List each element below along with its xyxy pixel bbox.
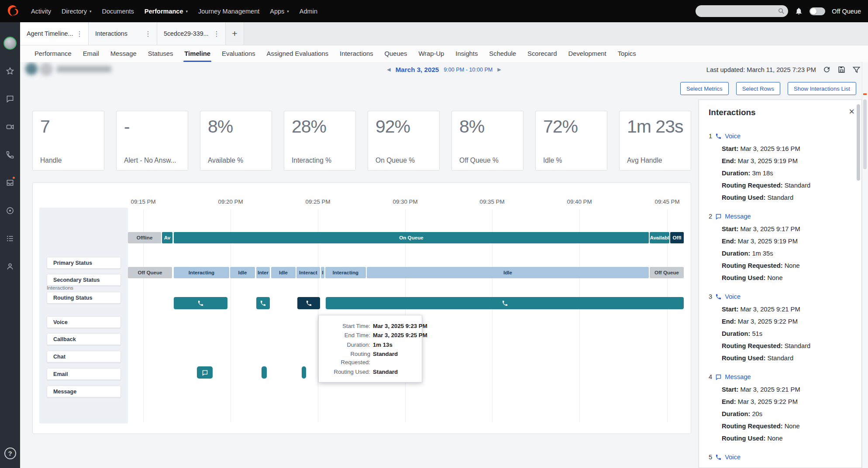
subnav-tab[interactable]: Performance: [29, 45, 77, 62]
subnav-tab[interactable]: Email: [77, 45, 105, 62]
message-interaction-bar[interactable]: [262, 366, 267, 379]
tooltip-value: 1m 13s: [373, 341, 393, 349]
routing-status-segment[interactable]: I: [321, 267, 324, 278]
video-button[interactable]: [0, 113, 20, 141]
subnav-tab[interactable]: Insights: [450, 45, 483, 62]
workspace-tab[interactable]: 5cedce29-339... ⋮: [157, 22, 226, 45]
subnav-tab[interactable]: Scorecard: [522, 45, 562, 62]
top-nav-item[interactable]: Performance ▾: [139, 0, 193, 22]
interaction-type-link[interactable]: Voice: [725, 133, 741, 140]
help-button[interactable]: ?: [4, 448, 16, 459]
top-nav-item[interactable]: Activity: [26, 0, 56, 22]
subnav-tab[interactable]: Topics: [612, 45, 642, 62]
prev-day-button[interactable]: ◀: [387, 67, 390, 72]
performance-subnav: Performance Email Message Statuses Timel…: [20, 45, 868, 62]
routing-status-segment[interactable]: Idle: [271, 267, 296, 278]
voice-interaction-bar[interactable]: [256, 297, 270, 309]
subnav-tab[interactable]: Queues: [379, 45, 413, 62]
panel-scrollbar[interactable]: [857, 102, 860, 465]
next-day-button[interactable]: ▶: [497, 67, 501, 72]
subnav-tab[interactable]: Wrap-Up: [413, 45, 450, 62]
interaction-type-link[interactable]: Message: [725, 373, 751, 380]
tooltip-label: Duration:: [322, 341, 370, 349]
voice-interaction-bar[interactable]: [326, 297, 684, 309]
tooltip-label: Routing Requested:: [322, 350, 370, 366]
message-interaction-bar[interactable]: [197, 366, 213, 379]
save-icon[interactable]: [837, 65, 846, 74]
primary-status-segment[interactable]: Av: [162, 232, 172, 243]
interactions-button[interactable]: [0, 197, 20, 225]
top-nav-item[interactable]: Apps ▾: [265, 0, 294, 22]
user-avatar[interactable]: [0, 29, 20, 57]
disc-icon: [6, 206, 14, 215]
primary-status-segment[interactable]: Availabl: [650, 232, 669, 243]
routing-status-segment[interactable]: Interacting: [325, 267, 366, 278]
detail-line: End: Mar 3, 2025 9:22 PM: [722, 396, 861, 408]
refresh-icon[interactable]: [823, 65, 831, 74]
top-nav-item[interactable]: Documents: [96, 0, 139, 22]
close-icon[interactable]: ×: [849, 107, 854, 116]
chat-icon: [6, 95, 14, 103]
primary-status-segment[interactable]: Offl: [670, 232, 684, 243]
routing-status-segment[interactable]: Off Queue: [650, 267, 684, 278]
detail-line: Start: Mar 3, 2025 9:23 PM: [722, 464, 861, 468]
routing-status-segment[interactable]: Off Queue: [128, 267, 172, 278]
kebab-menu-icon[interactable]: ⋮: [143, 30, 153, 38]
favorites-button[interactable]: [0, 57, 20, 85]
top-nav-item[interactable]: Directory ▾: [56, 0, 97, 22]
add-tab-button[interactable]: +: [226, 22, 244, 45]
primary-status-segment[interactable]: On Queue: [174, 232, 649, 243]
routing-status-segment[interactable]: Interacting: [174, 267, 229, 278]
metric-value: 28%: [292, 116, 326, 137]
search-box[interactable]: [696, 5, 788, 17]
calls-button[interactable]: [0, 141, 20, 169]
filter-icon[interactable]: [852, 65, 861, 74]
bell-icon[interactable]: [795, 7, 803, 15]
subnav-tab[interactable]: Interactions: [334, 45, 379, 62]
subnav-tab[interactable]: Timeline: [179, 45, 216, 62]
interaction-type-link[interactable]: Voice: [725, 293, 741, 300]
subnav-tab[interactable]: Evaluations: [216, 45, 261, 62]
metric-value: -: [124, 116, 130, 137]
voice-interaction-bar[interactable]: [174, 297, 227, 309]
phone-icon: [260, 300, 266, 307]
message-interaction-bar[interactable]: [302, 366, 306, 379]
subnav-tab[interactable]: Schedule: [483, 45, 522, 62]
interaction-details: Start: Mar 3, 2025 9:23 PM: [709, 464, 861, 468]
routing-status-segment[interactable]: Inter: [256, 267, 270, 278]
subnav-tab[interactable]: Statuses: [142, 45, 179, 62]
top-nav-item[interactable]: Journey Management: [193, 0, 265, 22]
subnav-tab[interactable]: Message: [105, 45, 142, 62]
message-icon: [715, 213, 722, 220]
page-scrollbar[interactable]: [862, 45, 868, 468]
interaction-type-link[interactable]: Voice: [725, 454, 741, 461]
voice-interaction-bar[interactable]: [297, 297, 320, 309]
routing-status-segment[interactable]: Interact: [296, 267, 320, 278]
queue-status-toggle[interactable]: [809, 7, 825, 15]
subnav-tab[interactable]: Development: [563, 45, 612, 62]
action-button[interactable]: Select Metrics: [680, 82, 729, 95]
primary-status-segment[interactable]: Offline: [128, 232, 161, 243]
search-input[interactable]: [701, 8, 778, 14]
tooltip-row: Routing Requested: Standard: [322, 350, 417, 366]
kebab-menu-icon[interactable]: ⋮: [212, 30, 221, 38]
page-scrollbar-thumb[interactable]: [863, 99, 867, 169]
interaction-entry-head: 5 Voice: [709, 451, 861, 464]
scrollbar-marker: [863, 93, 867, 95]
scrollbar-thumb[interactable]: [857, 104, 860, 181]
top-nav-item[interactable]: Admin: [294, 0, 323, 22]
action-button[interactable]: Show Interactions List: [788, 82, 856, 95]
action-button[interactable]: Select Rows: [736, 82, 780, 95]
workspace-tab[interactable]: Agent Timeline... ⋮: [20, 22, 89, 45]
routing-status-segment[interactable]: Idle: [230, 267, 255, 278]
routing-status-segment[interactable]: Idle: [367, 267, 649, 278]
subnav-tab[interactable]: Assigned Evaluations: [261, 45, 334, 62]
inbox-button[interactable]: [0, 169, 20, 197]
workspace-tab[interactable]: Interactions ⋮: [89, 22, 157, 45]
queues-button[interactable]: [0, 225, 20, 253]
kebab-menu-icon[interactable]: ⋮: [75, 30, 84, 38]
interaction-type-link[interactable]: Message: [725, 213, 751, 220]
contacts-button[interactable]: [0, 253, 20, 280]
metric-card: 72% Idle %: [535, 111, 607, 171]
chat-button[interactable]: [0, 85, 20, 113]
